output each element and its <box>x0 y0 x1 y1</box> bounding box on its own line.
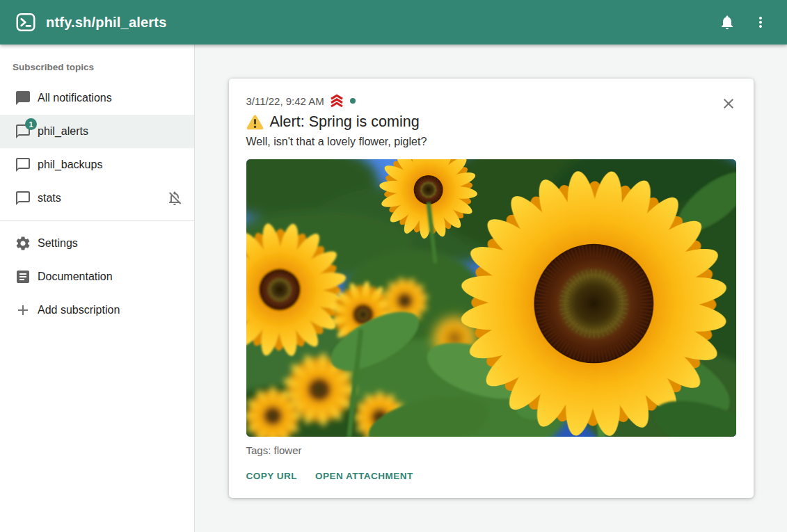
sidebar-item-label: All notifications <box>38 92 112 104</box>
warning-emoji-icon <box>246 114 264 130</box>
appbar-actions <box>710 6 777 39</box>
open-attachment-button[interactable]: OPEN ATTACHMENT <box>315 471 413 481</box>
sidebar: Subscribed topics All notifications 1 ph… <box>0 45 195 532</box>
sidebar-item-settings[interactable]: Settings <box>0 227 194 260</box>
notifications-bell-button[interactable] <box>710 6 744 39</box>
notifications-off-icon <box>166 190 183 207</box>
notification-meta-row: 3/11/22, 9:42 AM <box>246 94 736 108</box>
bell-icon <box>719 14 736 31</box>
sidebar-divider <box>0 220 194 221</box>
page-title: ntfy.sh/phil_alerts <box>46 15 166 31</box>
sidebar-item-label: stats <box>38 192 61 204</box>
sidebar-item-documentation[interactable]: Documentation <box>0 260 194 293</box>
notification-actions: COPY URL OPEN ATTACHMENT <box>246 471 736 481</box>
sidebar-item-label: Settings <box>38 237 78 250</box>
sunflower-field-photo <box>246 159 736 437</box>
sidebar-item-phil-alerts[interactable]: 1 phil_alerts <box>0 115 194 148</box>
close-icon <box>720 95 737 112</box>
sidebar-item-label: phil_backups <box>38 159 102 171</box>
sidebar-item-phil-backups[interactable]: phil_backups <box>0 148 194 182</box>
subscribed-topics-label: Subscribed topics <box>0 45 194 81</box>
more-vert-icon <box>752 14 769 31</box>
unread-indicator-dot <box>350 98 356 104</box>
notification-title: Alert: Spring is coming <box>246 113 736 131</box>
sidebar-item-add-subscription[interactable]: Add subscription <box>0 293 194 327</box>
sidebar-item-label: Documentation <box>38 271 113 283</box>
ntfy-terminal-logo-icon <box>15 12 36 33</box>
chat-bubble-outline-icon: 1 <box>15 123 31 140</box>
chat-bubble-filled-icon <box>15 90 31 106</box>
delete-notification-button[interactable] <box>719 94 738 113</box>
overflow-menu-button[interactable] <box>744 6 777 39</box>
notification-body: Well, isn't that a lovely flower, piglet… <box>246 136 736 148</box>
notification-timestamp: 3/11/22, 9:42 AM <box>246 95 324 107</box>
sidebar-item-all-notifications[interactable]: All notifications <box>0 81 194 115</box>
plus-icon <box>15 302 31 319</box>
main-panel: 3/11/22, 9:42 AM <box>195 45 787 532</box>
chat-bubble-outline-icon <box>15 156 31 173</box>
notification-title-text: Alert: Spring is coming <box>270 113 420 131</box>
gear-icon <box>15 235 31 252</box>
article-icon <box>15 268 31 285</box>
unread-count-badge: 1 <box>25 118 37 130</box>
priority-max-icon <box>329 94 344 108</box>
notification-tags: Tags: flower <box>246 444 736 456</box>
sidebar-item-stats[interactable]: stats <box>0 182 194 215</box>
sidebar-item-label: phil_alerts <box>38 125 88 138</box>
attachment-image[interactable] <box>246 159 736 437</box>
notification-card: 3/11/22, 9:42 AM <box>229 79 754 498</box>
sidebar-item-label: Add subscription <box>38 304 120 316</box>
content-area: Subscribed topics All notifications 1 ph… <box>0 45 787 532</box>
app-bar: ntfy.sh/phil_alerts <box>0 0 787 45</box>
app-window: ntfy.sh/phil_alerts Subscribed topics Al… <box>0 0 787 532</box>
copy-url-button[interactable]: COPY URL <box>246 471 298 481</box>
chat-bubble-outline-icon <box>15 190 31 207</box>
